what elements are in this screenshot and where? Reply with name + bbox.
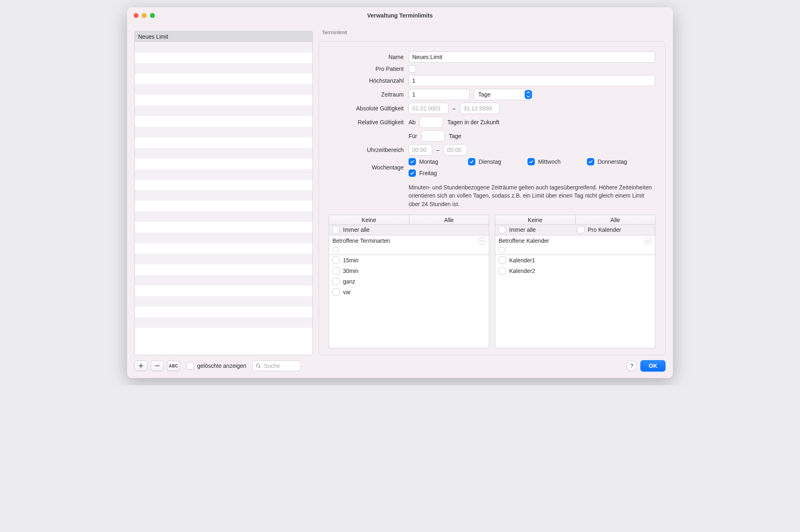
table-row[interactable]: 15min xyxy=(329,255,489,266)
terminarten-immer-alle-checkbox[interactable]: Immer alle xyxy=(332,226,369,233)
search-wrap xyxy=(252,361,301,371)
list-item[interactable] xyxy=(135,254,312,264)
list-item[interactable] xyxy=(135,243,312,254)
list-item[interactable] xyxy=(135,148,312,158)
zeitraum-value-field[interactable] xyxy=(409,89,470,100)
weekday-2-checkbox[interactable]: Mittwoch xyxy=(527,158,587,165)
list-item[interactable] xyxy=(135,180,312,190)
list-item[interactable] xyxy=(135,233,312,243)
terminart-2-checkbox[interactable]: ganz xyxy=(332,278,355,285)
table-row[interactable]: ganz xyxy=(329,276,489,287)
list-item[interactable] xyxy=(135,116,312,127)
table-row[interactable]: Kalender1 xyxy=(495,255,655,266)
table-row[interactable]: var xyxy=(329,287,489,297)
form-grid: Name Pro Patient Höchstanzahl Zeitraum T… xyxy=(329,51,655,208)
relative-ab-field[interactable] xyxy=(420,117,443,128)
list-item[interactable] xyxy=(135,95,312,106)
weekday-3-checkbox-label: Donnerstag xyxy=(598,158,627,165)
kalender-radio[interactable] xyxy=(499,247,505,253)
list-item[interactable]: Neues Limit xyxy=(135,31,312,42)
kalender-1-checkbox[interactable]: Kalender2 xyxy=(499,267,535,275)
list-item[interactable] xyxy=(135,53,312,63)
list-item[interactable] xyxy=(135,190,312,201)
kalender-none-button[interactable]: Keine xyxy=(495,215,576,224)
weekday-4-checkbox[interactable]: Freitag xyxy=(409,169,468,177)
list-item[interactable] xyxy=(135,158,312,169)
table-row[interactable]: Kalender2 xyxy=(495,266,655,276)
kalender-1-checkbox-label: Kalender2 xyxy=(509,268,535,274)
label-uhrzeit: Uhrzeitbereich xyxy=(329,147,404,153)
remove-button[interactable] xyxy=(151,361,164,371)
list-item[interactable] xyxy=(135,74,312,84)
kalender-list[interactable]: Kalender1Kalender2 xyxy=(495,255,655,348)
list-item[interactable] xyxy=(135,222,312,233)
terminart-1-checkbox[interactable]: 30min xyxy=(332,267,358,275)
table-row[interactable]: 30min xyxy=(329,266,489,276)
show-deleted-checkbox[interactable]: gelöschte anzeigen xyxy=(187,362,246,369)
weekday-1-checkbox[interactable]: Dienstag xyxy=(468,158,527,165)
abc-label: ABC xyxy=(169,364,178,368)
terminart-3-checkbox[interactable]: var xyxy=(332,288,351,296)
list-item[interactable] xyxy=(135,275,312,286)
list-item[interactable] xyxy=(135,328,312,339)
list-item[interactable] xyxy=(135,317,312,328)
weekday-0-checkbox-label: Montag xyxy=(419,158,438,165)
right-pane: Terminlimit Name Pro Patient Höchstanzah… xyxy=(319,31,666,355)
add-button[interactable] xyxy=(134,361,147,371)
window: Verwaltung Terminlimits Neues Limit Term… xyxy=(127,7,673,378)
time-to-field[interactable] xyxy=(444,144,467,156)
kalender-immer-alle-checkbox[interactable]: Immer alle xyxy=(499,226,536,233)
hoechstanzahl-field[interactable] xyxy=(409,75,655,86)
time-from-field[interactable] xyxy=(409,144,432,156)
kalender-more-button[interactable]: ··· xyxy=(644,237,652,244)
absolute-to-field[interactable] xyxy=(460,103,500,114)
relative-fuer-field[interactable] xyxy=(421,130,445,142)
help-label: ? xyxy=(630,363,633,369)
content: Neues Limit Terminlimit Name Pro Patient… xyxy=(127,24,673,359)
label-name: Name xyxy=(329,54,404,60)
pro-kalender-label: Pro Kalender xyxy=(588,226,621,233)
list-item[interactable] xyxy=(135,169,312,180)
absolute-from-field[interactable] xyxy=(409,103,448,114)
weekday-4-checkbox-label: Freitag xyxy=(419,170,437,176)
kalender-0-checkbox[interactable]: Kalender1 xyxy=(499,257,535,264)
weekday-3-checkbox[interactable]: Donnerstag xyxy=(587,158,651,165)
terminarten-all-button[interactable]: Alle xyxy=(409,215,489,224)
terminart-2-checkbox-label: ganz xyxy=(343,278,355,285)
terminart-0-checkbox[interactable]: 15min xyxy=(332,257,358,264)
list-item[interactable] xyxy=(135,264,312,275)
terminarten-none-button[interactable]: Keine xyxy=(329,215,409,224)
terminart-0-checkbox-label: 15min xyxy=(343,257,358,264)
ok-button[interactable]: OK xyxy=(640,360,666,372)
kalender-heading: Betroffene Kalender xyxy=(499,237,549,244)
kalender-0-checkbox-label: Kalender1 xyxy=(509,257,535,264)
pro-kalender-checkbox[interactable]: Pro Kalender xyxy=(577,226,621,233)
list-item[interactable] xyxy=(135,307,312,317)
name-field[interactable] xyxy=(409,51,655,63)
terminarten-radio[interactable] xyxy=(332,247,339,253)
abc-button[interactable]: ABC xyxy=(167,361,180,371)
terminarten-more-button[interactable]: ··· xyxy=(478,237,486,244)
fieldset-legend: Terminlimit xyxy=(320,29,667,35)
list-item[interactable] xyxy=(135,286,312,296)
list-item[interactable] xyxy=(135,127,312,137)
kalender-all-button[interactable]: Alle xyxy=(576,215,655,224)
terminarten-list[interactable]: 15min30minganzvar xyxy=(329,255,489,348)
help-button[interactable]: ? xyxy=(626,361,637,371)
weekday-0-checkbox[interactable]: Montag xyxy=(409,158,468,165)
list-item[interactable] xyxy=(135,211,312,222)
list-item[interactable] xyxy=(135,42,312,53)
label-relative: Relative Gültigkeit xyxy=(329,119,404,125)
pro-patient-checkbox[interactable] xyxy=(409,65,416,73)
list-item[interactable] xyxy=(135,106,312,116)
list-item[interactable] xyxy=(135,84,312,95)
list-item[interactable] xyxy=(135,63,312,74)
list-item[interactable] xyxy=(135,137,312,148)
zeitraum-unit-select[interactable]: Tage xyxy=(474,89,533,100)
list-item[interactable] xyxy=(135,296,312,307)
terminlimit-fieldset: Name Pro Patient Höchstanzahl Zeitraum T… xyxy=(319,41,666,355)
list-item[interactable] xyxy=(135,201,312,211)
limit-list[interactable]: Neues Limit xyxy=(135,31,312,355)
minus-icon xyxy=(154,363,160,369)
label-zeitraum: Zeitraum xyxy=(329,91,404,98)
